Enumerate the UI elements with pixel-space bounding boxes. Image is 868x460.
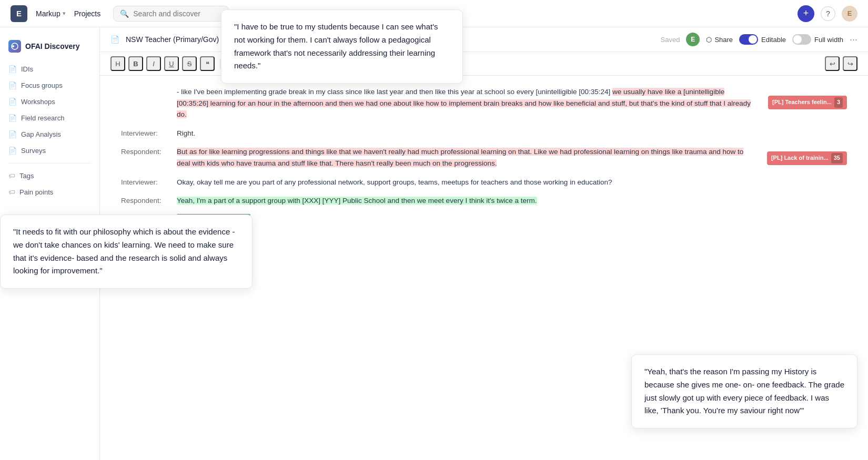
projects-nav[interactable]: Projects: [74, 9, 101, 18]
sidebar-item-pain-points[interactable]: 🏷 Pain points: [0, 184, 99, 200]
annotation-tag-teachers[interactable]: [PL] Teachers feelin... 3: [768, 96, 847, 109]
help-button[interactable]: ?: [821, 6, 835, 21]
undo-button[interactable]: ↩: [825, 56, 840, 71]
transcript-label: [121, 86, 168, 120]
document-icon: 📄: [8, 65, 17, 73]
document-icon: 📄: [8, 114, 17, 122]
nav-logo: E: [11, 5, 27, 22]
transcript-text: Okay, okay tell me are you part of any p…: [177, 177, 847, 188]
editable-toggle[interactable]: [739, 34, 758, 45]
markup-menu[interactable]: Markup ▾: [36, 9, 66, 18]
fullwidth-toggle[interactable]: [792, 34, 811, 45]
transcript-text: What's it called? [XXX]?: [177, 223, 847, 235]
share-button[interactable]: ⬡ Share: [706, 36, 733, 44]
editor-avatar: E: [686, 33, 700, 46]
strikethrough-button[interactable]: S: [182, 56, 197, 71]
transcript-line-4: Interviewer: Okay, okay tell me are you …: [121, 177, 847, 188]
sidebar-item-focus-groups[interactable]: 📄 Focus groups: [0, 77, 99, 94]
document-icon: 📄: [8, 81, 17, 89]
markup-chevron-icon: ▾: [63, 10, 66, 17]
transcript-text: But as for like learning progressions an…: [177, 146, 753, 169]
redo-button[interactable]: ↪: [843, 56, 857, 71]
user-avatar[interactable]: E: [842, 6, 857, 22]
project-header[interactable]: OFAI Discovery: [0, 36, 99, 61]
respondent-label: Respondent:: [121, 146, 168, 169]
transcript-line-2: Interviewer: Right.: [121, 128, 847, 139]
project-icon: [8, 40, 21, 53]
sidebar-item-field-research[interactable]: 📄 Field research: [0, 110, 99, 126]
search-bar[interactable]: 🔍: [113, 6, 229, 22]
formatting-toolbar: H B I U S ❝ ≡ ≣ ⊞ ÷ 🖼 🔗 ↗ ▶ △ 🔍 ↩ ↪: [100, 52, 868, 76]
svg-point-1: [12, 45, 14, 47]
sidebar-item-gap-analysis[interactable]: 📄 Gap Analysis: [0, 126, 99, 142]
transcript-text: Yeah, I'm a part of a support group with…: [177, 195, 847, 207]
floating-quote-top: "I have to be true to my students becaus…: [221, 9, 463, 84]
nav-right-controls: + ? E: [798, 5, 857, 22]
saved-status: Saved: [661, 36, 680, 44]
document-icon: 📄: [8, 147, 17, 155]
search-icon: 🔍: [120, 9, 129, 18]
transcript-text: - like I've been implementing grade brea…: [177, 86, 754, 120]
transcript-line-1: - like I've been implementing grade brea…: [121, 86, 847, 120]
sidebar-item-tags[interactable]: 🏷 Tags: [0, 168, 99, 184]
share-icon: ⬡: [706, 36, 712, 44]
sidebar-item-idis[interactable]: 📄 IDIs: [0, 61, 99, 77]
underline-button[interactable]: U: [164, 56, 179, 71]
interviewer-label: Interviewer:: [121, 177, 168, 188]
search-input[interactable]: [133, 9, 222, 18]
bold-button[interactable]: B: [128, 56, 143, 71]
floating-quote-left: "It needs to fit with our philosophy whi…: [0, 214, 253, 289]
heading-button[interactable]: H: [110, 56, 125, 71]
italic-button[interactable]: I: [146, 56, 161, 71]
floating-quote-bottom-right: "Yeah, that's the reason I'm passing my …: [631, 354, 857, 428]
respondent-label: Respondent:: [121, 195, 168, 207]
interviewer-label: Interviewer:: [121, 128, 168, 139]
more-options-button[interactable]: ···: [850, 34, 857, 45]
sidebar-divider: [8, 163, 91, 163]
editable-toggle-group: Editable: [739, 34, 786, 45]
sidebar-item-workshops[interactable]: 📄 Workshops: [0, 94, 99, 110]
quote-button[interactable]: ❝: [200, 56, 215, 71]
file-icon: 📄: [110, 35, 119, 44]
transcript-line-5: Respondent: Yeah, I'm a part of a suppor…: [121, 195, 847, 207]
annotation-tag-lack-training[interactable]: [PL] Lack of trainin... 35: [767, 151, 847, 165]
transcript-text: Right.: [177, 128, 847, 139]
document-icon: 📄: [8, 98, 17, 106]
transcript-line-3: Respondent: But as for like learning pro…: [121, 146, 847, 169]
sidebar-item-surveys[interactable]: 📄 Surveys: [0, 142, 99, 159]
toolbar-separator: [220, 58, 220, 69]
document-topbar: 📄 NSW Teacher (Primary/Gov) Saved E ⬡ Sh…: [100, 27, 868, 52]
tag-icon: 🏷: [8, 172, 15, 180]
add-button[interactable]: +: [798, 5, 814, 22]
document-icon: 📄: [8, 130, 17, 138]
tag-icon: 🏷: [8, 188, 15, 196]
fullwidth-toggle-group: Full width: [792, 34, 843, 45]
